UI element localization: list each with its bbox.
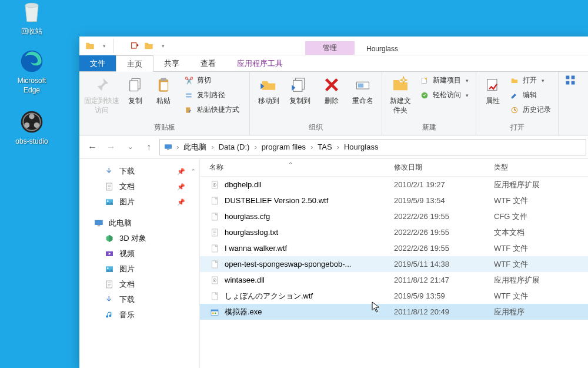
tab-share[interactable]: 共享 <box>153 55 190 71</box>
sidebar-item-downloads[interactable]: 下载📌⌃ <box>79 164 199 179</box>
table-row[interactable]: I wanna walker.wtf2022/2/26 19:55WTF 文件 <box>200 240 588 256</box>
copypath-button[interactable]: 复制路径 <box>182 89 242 101</box>
downloads-icon <box>104 294 115 305</box>
documents-icon <box>104 279 115 290</box>
file-date: 2022/2/26 19:55 <box>394 228 494 237</box>
pin-quickaccess-button[interactable]: 固定到快速访问 <box>84 74 119 115</box>
file-date: 2011/8/12 20:49 <box>394 307 494 316</box>
tab-view[interactable]: 查看 <box>190 55 226 71</box>
table-row[interactable]: hourglass.cfg2022/2/26 19:55CFG 文件 <box>200 208 588 224</box>
qat-dropdown-icon[interactable]: ▾ <box>97 39 111 53</box>
chevron-right-icon[interactable]: › <box>336 142 340 151</box>
svg-point-4 <box>29 114 34 119</box>
svg-point-0 <box>25 3 38 7</box>
table-row[interactable]: open-test-spongeswap-spongebob-...2019/5… <box>200 256 588 272</box>
table-row[interactable]: hourglasslog.txt2022/2/26 19:55文本文档 <box>200 224 588 240</box>
svg-rect-54 <box>212 312 214 314</box>
qat-newfolder-button[interactable] <box>142 39 156 53</box>
nav-up-button[interactable]: ↑ <box>141 139 157 155</box>
nav-recent-dropdown[interactable]: ⌄ <box>122 139 138 155</box>
delete-icon <box>318 74 346 95</box>
address-bar[interactable]: › 此电脑 › Data (D:) › program files › TAS … <box>159 139 586 155</box>
edit-button[interactable]: 编辑 <box>507 89 553 101</box>
quick-access-toolbar: ▾ ▾ <box>79 39 170 53</box>
nav-forward-button[interactable]: → <box>103 139 119 155</box>
tab-file[interactable]: 文件 <box>79 55 116 71</box>
downloads-icon <box>104 166 115 177</box>
moveto-button[interactable]: 移动到 <box>255 74 283 106</box>
newfolder-button[interactable]: 新建文件夹 <box>387 74 414 115</box>
paste-button[interactable]: 粘贴 <box>151 74 176 106</box>
chevron-right-icon[interactable]: › <box>175 142 180 151</box>
column-header-type[interactable]: 类型 <box>494 163 588 173</box>
history-button[interactable]: 历史记录 <box>507 104 553 116</box>
table-row[interactable]: wintasee.dll2011/8/12 21:47应用程序扩展 <box>200 272 588 288</box>
table-row[interactable]: dbghelp.dll2010/2/1 19:27应用程序扩展 <box>200 177 588 193</box>
sidebar-item-downloads2[interactable]: 下载 <box>79 292 199 307</box>
sidebar-item-3dobjects[interactable]: 3D 对象 <box>79 231 199 246</box>
nav-back-button[interactable]: ← <box>84 139 101 155</box>
file-type-icon <box>209 243 220 254</box>
copyto-icon <box>286 74 315 95</box>
file-name: I wanna walker.wtf <box>225 244 287 253</box>
file-date: 2011/8/12 21:47 <box>394 276 494 284</box>
breadcrumb-hourglass[interactable]: Hourglass <box>342 141 381 152</box>
svg-rect-55 <box>215 312 216 314</box>
svg-rect-12 <box>161 82 168 90</box>
table-row[interactable]: しょぼんのアクション.wtf2019/5/9 13:59WTF 文件 <box>200 288 588 304</box>
rename-button[interactable]: 重命名 <box>349 74 377 106</box>
file-type-icon <box>209 195 220 206</box>
sidebar-item-pictures2[interactable]: 图片 <box>79 261 199 277</box>
column-header-date[interactable]: 修改日期 <box>394 163 494 173</box>
desktop-icon-label: 回收站 <box>8 27 55 37</box>
window-title: Hourglass <box>355 43 410 55</box>
sidebar-item-documents[interactable]: 文档📌 <box>79 179 199 194</box>
copy-button[interactable]: 复制 <box>123 74 148 106</box>
desktop-recycle-bin[interactable]: 回收站 <box>8 0 55 37</box>
delete-button[interactable]: 删除 <box>318 74 346 106</box>
svg-rect-23 <box>487 79 496 91</box>
file-date: 2019/5/9 13:59 <box>394 291 494 300</box>
properties-button[interactable]: 属性 <box>481 74 504 106</box>
table-row[interactable]: DUSTBELIEF Version 2.50.wtf2019/5/9 13:5… <box>200 193 588 208</box>
newitem-button[interactable]: 新建项目▾ <box>417 74 471 87</box>
easyaccess-button[interactable]: 轻松访问▾ <box>417 89 471 101</box>
svg-point-33 <box>107 200 109 202</box>
open-button[interactable]: 打开▾ <box>507 74 553 87</box>
svg-rect-51 <box>212 293 217 300</box>
column-header-name[interactable]: 名称⌃ <box>200 163 394 173</box>
chevron-right-icon[interactable]: › <box>309 142 314 151</box>
sidebar-item-documents2[interactable]: 文档 <box>79 277 199 292</box>
desktop-edge[interactable]: Microsoft Edge <box>8 48 55 95</box>
tab-home[interactable]: 主页 <box>116 55 153 72</box>
ribbon-group-clipboard: 剪贴板 <box>84 122 245 134</box>
desktop-obs[interactable]: obs-studio <box>8 109 55 147</box>
breadcrumb-tas[interactable]: TAS <box>315 141 334 152</box>
edge-icon <box>19 48 45 74</box>
cut-button[interactable]: ✂️剪切 <box>182 74 242 87</box>
svg-point-50 <box>214 280 215 281</box>
breadcrumb-programfiles[interactable]: program files <box>259 141 308 152</box>
breadcrumb-thispc[interactable]: 此电脑 <box>181 141 209 154</box>
history-icon <box>510 105 519 115</box>
file-name: open-test-spongeswap-spongebob-... <box>225 260 351 268</box>
file-list[interactable]: dbghelp.dll2010/2/1 19:27应用程序扩展DUSTBELIE… <box>200 177 588 368</box>
chevron-right-icon[interactable]: › <box>253 142 258 151</box>
copyto-button[interactable]: 复制到 <box>286 74 315 106</box>
ribbon-group-new: 新建 <box>387 122 471 134</box>
sidebar-item-pictures[interactable]: 图片📌 <box>79 194 199 210</box>
sidebar-item-thispc[interactable]: 此电脑 <box>79 216 199 231</box>
chevron-right-icon[interactable]: › <box>210 142 215 151</box>
tab-apptools[interactable]: 应用程序工具 <box>226 55 293 71</box>
select-all-icon[interactable] <box>564 74 576 86</box>
svg-rect-34 <box>95 220 103 225</box>
music-icon <box>104 310 115 320</box>
breadcrumb-drive[interactable]: Data (D:) <box>216 141 252 152</box>
pasteshortcut-button[interactable]: 粘贴快捷方式 <box>182 104 242 116</box>
sidebar-item-videos[interactable]: 视频 <box>79 246 199 261</box>
table-row[interactable]: 模拟器.exe2011/8/12 20:49应用程序 <box>200 304 588 320</box>
pc-icon <box>163 142 174 152</box>
qat-dropdown2-icon[interactable]: ▾ <box>156 39 170 53</box>
sidebar-item-music[interactable]: 音乐 <box>79 307 199 323</box>
qat-properties-button[interactable] <box>128 39 142 53</box>
